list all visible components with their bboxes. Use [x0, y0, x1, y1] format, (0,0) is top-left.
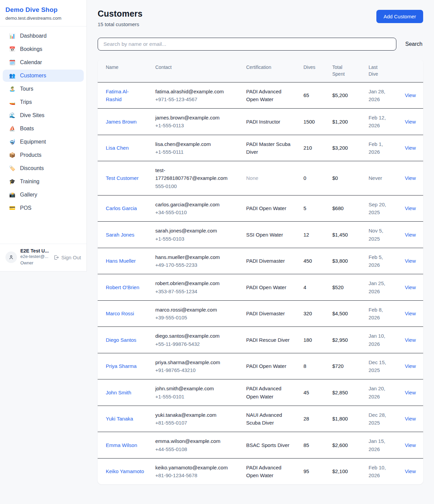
sidebar-item-training[interactable]: 🎓 Training: [3, 175, 84, 188]
sidebar-item-bookings[interactable]: 📅 Bookings: [3, 43, 84, 55]
table-row: Emma Wilson emma.wilson@example.com +44-…: [98, 432, 423, 459]
action-cell: View: [397, 86, 423, 104]
customer-name-link[interactable]: Carlos Garcia: [106, 205, 137, 211]
view-link[interactable]: View: [405, 337, 416, 343]
view-link[interactable]: View: [405, 284, 416, 290]
contact-cell: diego.santos@example.com +55-11-99876-54…: [147, 327, 238, 353]
customer-name-link[interactable]: Fatima Al-Rashid: [106, 89, 129, 102]
customer-total-spent: $520: [324, 278, 360, 296]
add-customer-button[interactable]: Add Customer: [376, 10, 423, 23]
customer-name-link[interactable]: Hans Mueller: [106, 258, 136, 264]
view-link[interactable]: View: [405, 442, 416, 448]
customer-name-link[interactable]: John Smith: [106, 390, 131, 395]
view-link[interactable]: View: [405, 145, 416, 151]
shop-header[interactable]: Demo Dive Shop demo.test.divestreams.com: [0, 0, 86, 26]
customer-name-link[interactable]: Marco Rossi: [106, 311, 134, 316]
customer-last-dive: Nov 5, 2025: [360, 222, 397, 248]
customer-certification: SSI Open Water: [238, 226, 295, 244]
customer-certification: BSAC Sports Diver: [238, 436, 295, 454]
view-link[interactable]: View: [405, 92, 416, 98]
customer-phone: 555-0100: [155, 182, 235, 190]
view-link[interactable]: View: [405, 390, 416, 395]
action-cell: View: [397, 199, 423, 217]
customer-email: test-1772681807767@example.com: [155, 166, 235, 182]
name-cell: Robert O'Brien: [98, 278, 147, 296]
sidebar-item-equipment[interactable]: 🤿 Equipment: [3, 136, 84, 148]
nav-label: Customers: [20, 73, 46, 79]
customer-name-link[interactable]: Priya Sharma: [106, 363, 137, 369]
customer-name-link[interactable]: Yuki Tanaka: [106, 416, 133, 422]
page-title: Customers: [98, 9, 142, 19]
sidebar-item-boats[interactable]: ⛵ Boats: [3, 123, 84, 135]
customer-last-dive: Jan 25, 2026: [360, 274, 397, 300]
customer-name-link[interactable]: Lisa Chen: [106, 145, 129, 151]
customer-last-dive: Feb 5, 2026: [360, 248, 397, 274]
page-title-block: Customers 15 total customers: [98, 9, 142, 27]
customer-name-link[interactable]: Sarah Jones: [106, 232, 134, 238]
view-link[interactable]: View: [405, 232, 416, 238]
nav-icon: 📊: [9, 33, 16, 39]
customer-certification: PADI Open Water: [238, 357, 295, 375]
customer-email: emma.wilson@example.com: [155, 437, 235, 445]
sidebar-item-discounts[interactable]: 🏷️ Discounts: [3, 162, 84, 174]
view-link[interactable]: View: [405, 175, 416, 181]
customer-phone: +1-555-0113: [155, 122, 235, 129]
sidebar-item-gallery[interactable]: 📸 Gallery: [3, 189, 84, 201]
action-cell: View: [397, 113, 423, 131]
customer-email: keiko.yamamoto@example.com: [155, 464, 235, 471]
customer-phone: +81-555-0107: [155, 419, 235, 427]
contact-cell: lisa.chen@example.com +1-555-0111: [147, 135, 238, 161]
nav-label: Products: [20, 152, 41, 158]
customer-name-link[interactable]: Robert O'Brien: [106, 284, 139, 290]
sidebar-item-trips[interactable]: 🚤 Trips: [3, 96, 84, 108]
contact-cell: test-1772681807767@example.com 555-0100: [147, 161, 238, 195]
customer-dives: 65: [295, 86, 324, 104]
customer-name-link[interactable]: Diego Santos: [106, 337, 136, 343]
table-row: Priya Sharma priya.sharma@example.com +9…: [98, 353, 423, 380]
column-header-name: Name: [98, 59, 147, 82]
sidebar-item-pos[interactable]: 💳 POS: [3, 202, 84, 214]
customer-total-spent: $1,800: [324, 410, 360, 428]
contact-cell: john.smith@example.com +1-555-0101: [147, 379, 238, 406]
table-row: Carlos Garcia carlos.garcia@example.com …: [98, 195, 423, 222]
customer-total-spent: $5,200: [324, 86, 360, 104]
nav-label: Dive Sites: [20, 112, 44, 118]
name-cell: Marco Rossi: [98, 304, 147, 322]
customer-name-link[interactable]: Test Customer: [106, 175, 139, 181]
view-link[interactable]: View: [405, 363, 416, 369]
view-link[interactable]: View: [405, 119, 416, 125]
nav-icon: 🗓️: [9, 59, 16, 66]
customer-phone: +39-555-0105: [155, 314, 235, 321]
action-cell: View: [397, 357, 423, 375]
nav-icon: 👥: [9, 73, 16, 79]
customer-email: james.brown@example.com: [155, 114, 235, 122]
customer-name-link[interactable]: Emma Wilson: [106, 442, 137, 448]
action-cell: View: [397, 252, 423, 270]
customer-certification: PADI Divemaster: [238, 252, 295, 270]
sidebar-item-dive-sites[interactable]: 🌊 Dive Sites: [3, 109, 84, 122]
sidebar-item-tours[interactable]: 🏝️ Tours: [3, 83, 84, 95]
customer-name-link[interactable]: Keiko Yamamoto: [106, 468, 144, 474]
view-link[interactable]: View: [405, 258, 416, 264]
customer-total-spent: $4,500: [324, 304, 360, 322]
customer-dives: 0: [295, 169, 324, 187]
customer-last-dive: Jan 28, 2026: [360, 82, 397, 109]
sidebar-item-dashboard[interactable]: 📊 Dashboard: [3, 30, 84, 42]
nav-label: Training: [20, 179, 39, 185]
view-link[interactable]: View: [405, 205, 416, 211]
view-link[interactable]: View: [405, 468, 416, 474]
sign-out-button[interactable]: Sign Out: [53, 255, 81, 260]
customer-dives: 85: [295, 436, 324, 454]
sidebar-item-products[interactable]: 📦 Products: [3, 149, 84, 161]
avatar: [5, 251, 17, 263]
view-link[interactable]: View: [405, 311, 416, 316]
sidebar-item-customers[interactable]: 👥 Customers: [3, 70, 84, 82]
search-button[interactable]: Search: [405, 40, 423, 49]
customer-name-link[interactable]: James Brown: [106, 119, 137, 125]
customer-last-dive: Feb 10, 2026: [360, 459, 397, 485]
view-link[interactable]: View: [405, 416, 416, 422]
sidebar-item-calendar[interactable]: 🗓️ Calendar: [3, 56, 84, 69]
search-input[interactable]: [98, 38, 396, 51]
shop-name[interactable]: Demo Dive Shop: [5, 6, 81, 14]
contact-cell: keiko.yamamoto@example.com +81-90-1234-5…: [147, 459, 238, 485]
